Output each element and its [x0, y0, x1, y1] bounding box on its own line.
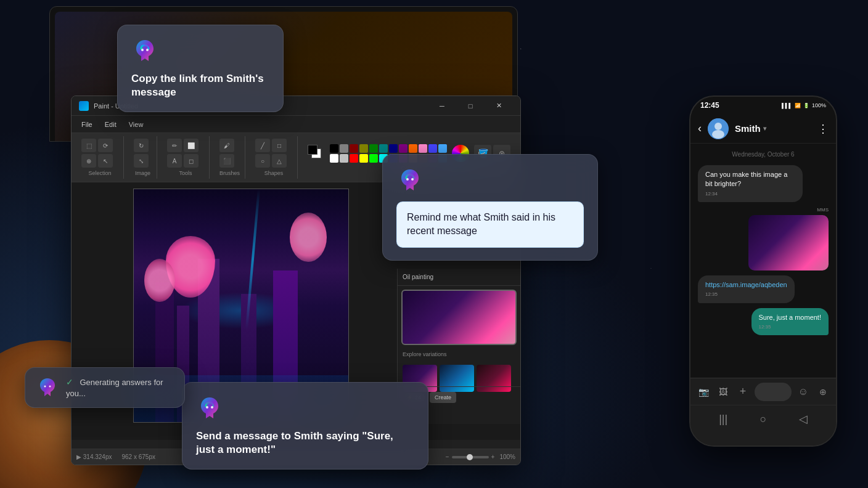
mic-icon[interactable]: ⊕ — [815, 384, 831, 400]
message-time-2: 12:35 — [705, 291, 787, 298]
color-silver[interactable] — [340, 154, 348, 163]
color-olive[interactable] — [359, 144, 368, 153]
svg-point-3 — [411, 178, 414, 181]
foreground-color[interactable] — [308, 145, 317, 155]
ellipse-tool[interactable]: ○ — [255, 154, 270, 168]
color-black[interactable] — [330, 144, 338, 153]
plus-icon[interactable]: + — [735, 384, 751, 400]
contact-name-text: Smith — [735, 123, 761, 134]
copilot-logo-2 — [396, 167, 424, 194]
svg-point-5 — [211, 406, 213, 409]
text-tool[interactable]: A — [167, 154, 182, 168]
back-button[interactable]: ‹ — [698, 122, 702, 135]
pencil-tool[interactable]: ✏ — [167, 139, 182, 152]
message-group-image: MMS — [698, 207, 829, 270]
contact-chevron-icon: ▾ — [763, 125, 766, 132]
message-input[interactable] — [755, 383, 792, 401]
line-tool[interactable]: ╱ — [255, 139, 270, 152]
brushes-label: Brushes — [219, 170, 240, 176]
wifi-icon: 📶 — [795, 103, 801, 108]
message-group-3: Sure, just a moment! 12:35 — [698, 308, 829, 336]
color-white[interactable] — [330, 154, 338, 163]
color-green[interactable] — [369, 144, 378, 153]
zoom-thumb — [467, 454, 473, 460]
svg-point-9 — [714, 123, 722, 130]
camera-icon[interactable]: 📷 — [695, 384, 711, 400]
nav-back[interactable]: ◁ — [799, 412, 808, 426]
menu-edit[interactable]: Edit — [100, 120, 121, 129]
brush-size-tool[interactable]: ⬛ — [219, 154, 234, 168]
menu-view[interactable]: View — [124, 120, 149, 129]
nav-home[interactable]: ○ — [760, 413, 767, 426]
close-button[interactable]: ✕ — [485, 96, 513, 116]
phone-messages-list: Wednesday, October 6 Can you make this i… — [690, 144, 836, 381]
message-group-1: Can you make this image a bit brighter? … — [698, 165, 829, 202]
selection-arrow-tool[interactable]: ↖ — [98, 154, 113, 168]
copilot-generating-text: Generating answers for you... — [66, 378, 163, 398]
copilot-card-remind: Remind me what Smith said in his recent … — [382, 154, 598, 261]
oil-painting-label: Oil painting — [403, 274, 433, 280]
svg-point-2 — [406, 178, 409, 181]
color-blue[interactable] — [428, 144, 437, 153]
gallery-icon[interactable]: 🖼 — [715, 384, 731, 400]
message-bubble-1: Can you make this image a bit brighter? … — [698, 165, 803, 202]
zoom-plus[interactable]: + — [491, 453, 495, 460]
selection-icons: ⬚ ⟳ ⊕ ↖ — [81, 139, 118, 168]
maximize-button[interactable]: □ — [456, 96, 485, 116]
eraser-tool[interactable]: ◻ — [184, 154, 199, 168]
copilot-card-copy-link: Copy the link from Smith's message — [117, 25, 284, 112]
status-dimensions: ▶ 314.324px — [76, 453, 112, 460]
minimize-button[interactable]: ─ — [428, 96, 456, 116]
color-lime[interactable] — [369, 154, 378, 163]
contact-name: Smith ▾ — [735, 123, 811, 134]
color-lightblue[interactable] — [438, 144, 447, 153]
message-bubble-2[interactable]: https://sam.image/aqbeden 12:35 — [698, 275, 795, 303]
color-purple[interactable] — [399, 144, 407, 153]
selection-rectangle-tool[interactable]: ⬚ — [81, 139, 96, 152]
shapes-icons: ╱ □ ○ △ — [255, 139, 292, 168]
color-gray[interactable] — [340, 144, 348, 153]
copilot-send-message-text: Send a message to Smith saying "Sure, ju… — [196, 429, 414, 457]
zoom-minus[interactable]: − — [446, 453, 449, 460]
copilot-logo-svg-3 — [196, 395, 223, 422]
emoji-icon[interactable]: ☺ — [795, 384, 811, 400]
copilot-logo-svg-4 — [36, 376, 59, 399]
color-orange[interactable] — [409, 144, 417, 153]
triangle-tool[interactable]: △ — [272, 154, 287, 168]
phone-time: 12:45 — [700, 101, 719, 110]
toolbar-image-group: ↻ ⤡ Image — [129, 136, 157, 179]
mms-label: MMS — [817, 207, 829, 213]
zoom-slider[interactable] — [452, 456, 489, 458]
color-teal[interactable] — [379, 144, 388, 153]
paint-app-icon — [79, 101, 89, 111]
selection-free-tool[interactable]: ⟳ — [98, 139, 113, 152]
ai-main-thumbnail[interactable] — [401, 290, 517, 345]
color-red[interactable] — [350, 154, 358, 163]
phone-chat-header: ‹ Smith ▾ ⋮ — [690, 114, 836, 144]
brushes-icons: 🖌 ⬛ — [219, 139, 240, 168]
copilot-remind-input-text[interactable]: Remind me what Smith said in his recent … — [396, 201, 584, 248]
paint-window-controls: ─ □ ✕ — [428, 96, 513, 116]
rect-shape-tool[interactable]: □ — [272, 139, 287, 152]
menu-file[interactable]: File — [76, 120, 97, 129]
brush-tool[interactable]: 🖌 — [219, 139, 234, 152]
resize-tool[interactable]: ⤡ — [134, 154, 149, 168]
create-button[interactable]: Create — [430, 392, 456, 403]
color-navy[interactable] — [389, 144, 398, 153]
message-group-2: https://sam.image/aqbeden 12:35 — [698, 275, 829, 303]
network-icon: ▌▌▌ — [782, 103, 792, 108]
copilot-logo-svg-1 — [131, 38, 158, 65]
color-maroon[interactable] — [350, 144, 358, 153]
phone-keyboard: 📷 🖼 + ☺ ⊕ ||| ○ ◁ — [690, 378, 836, 445]
nav-recent-apps[interactable]: ||| — [719, 413, 727, 426]
toolbar-selection-group: ⬚ ⟳ ⊕ ↖ Selection — [76, 136, 124, 179]
selection-crop-tool[interactable]: ⊕ — [81, 154, 96, 168]
image-icons: ↻ ⤡ — [134, 139, 152, 168]
color-yellow[interactable] — [359, 154, 368, 163]
more-options-button[interactable]: ⋮ — [817, 122, 829, 136]
color-pink[interactable] — [419, 144, 427, 153]
fill-tool[interactable]: ⬜ — [184, 139, 199, 152]
ai-panel-header: Oil painting — [398, 269, 520, 286]
message-text-1: Can you make this image a bit brighter? — [705, 171, 787, 187]
rotate-tool[interactable]: ↻ — [134, 139, 149, 152]
